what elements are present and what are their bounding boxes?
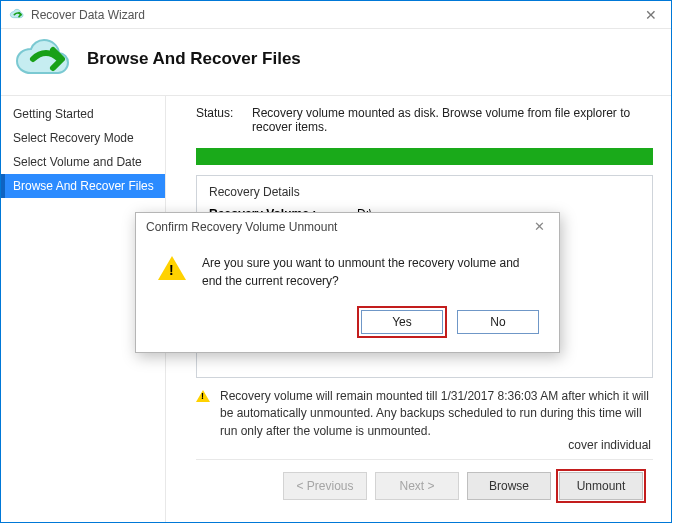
dialog-no-button[interactable]: No: [457, 310, 539, 334]
dialog-title: Confirm Recovery Volume Unmount: [146, 220, 337, 234]
dialog-yes-button[interactable]: Yes: [361, 310, 443, 334]
page-title: Browse And Recover Files: [87, 49, 301, 69]
recovery-details-title: Recovery Details: [209, 185, 640, 199]
unmount-button[interactable]: Unmount: [559, 472, 643, 500]
wizard-cloud-icon: [13, 37, 75, 81]
wizard-footer: < Previous Next > Browse Unmount: [196, 459, 653, 512]
progress-bar: [196, 148, 653, 165]
previous-button: < Previous: [283, 472, 367, 500]
browse-button[interactable]: Browse: [467, 472, 551, 500]
dialog-message: Are you sure you want to unmount the rec…: [202, 254, 537, 290]
sidebar-item-browse-recover[interactable]: Browse And Recover Files: [1, 174, 165, 198]
mount-warning-text: Recovery volume will remain mounted till…: [220, 388, 653, 440]
trail-text: cover individual: [568, 438, 651, 452]
dialog-titlebar: Confirm Recovery Volume Unmount ✕: [136, 213, 559, 240]
window-close-icon[interactable]: ✕: [639, 5, 663, 25]
titlebar: Recover Data Wizard ✕: [1, 1, 671, 29]
next-button: Next >: [375, 472, 459, 500]
status-text: Recovery volume mounted as disk. Browse …: [252, 106, 653, 134]
status-line: Status: Recovery volume mounted as disk.…: [196, 106, 653, 134]
mount-warning: Recovery volume will remain mounted till…: [196, 388, 653, 440]
dialog-warning-icon: [158, 256, 186, 280]
sidebar-item-getting-started[interactable]: Getting Started: [1, 102, 165, 126]
sidebar-item-volume-date[interactable]: Select Volume and Date: [1, 150, 165, 174]
sidebar-item-recovery-mode[interactable]: Select Recovery Mode: [1, 126, 165, 150]
confirm-unmount-dialog: Confirm Recovery Volume Unmount ✕ Are yo…: [135, 212, 560, 353]
window-title: Recover Data Wizard: [31, 8, 639, 22]
app-cloud-icon: [9, 7, 25, 23]
status-label: Status:: [196, 106, 238, 134]
wizard-header: Browse And Recover Files: [1, 29, 671, 96]
dialog-close-icon[interactable]: ✕: [530, 219, 549, 234]
warning-icon: [196, 390, 210, 402]
